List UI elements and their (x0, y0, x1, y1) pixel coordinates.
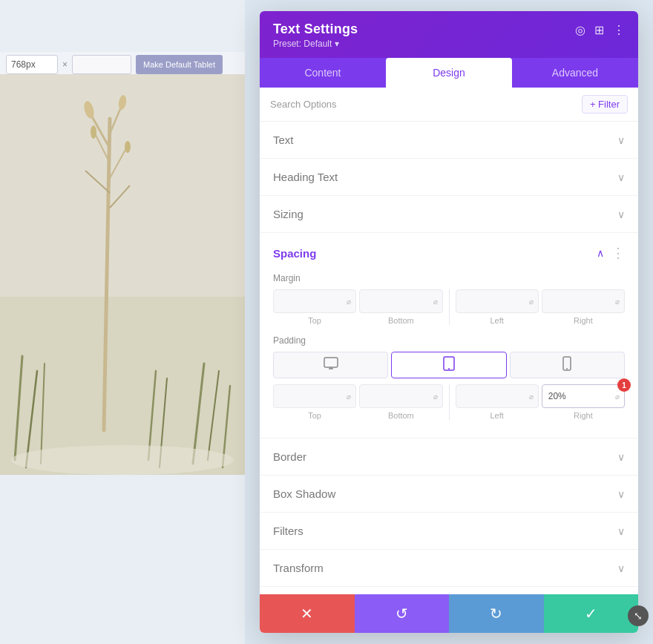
margin-left-link-icon: ⌀ (529, 298, 534, 306)
padding-bottom-label: Bottom (388, 411, 414, 420)
save-button[interactable]: ✓ (544, 594, 639, 633)
search-bar: Search Options + Filter (260, 88, 638, 122)
heading-chevron-icon: ∨ (617, 171, 625, 183)
undo-button[interactable]: ↺ (355, 594, 450, 633)
margin-top-input[interactable]: ⌀ (273, 289, 356, 313)
padding-right-input[interactable]: 20% ⌀ (542, 384, 625, 408)
border-chevron-icon: ∨ (617, 451, 625, 463)
search-label: Search Options (270, 99, 582, 110)
canvas-area: × Make Default Tablet (0, 0, 245, 644)
padding-top-input[interactable]: ⌀ (273, 384, 356, 408)
panel-subtitle: Preset: Default ▾ (273, 39, 358, 49)
padding-left-input[interactable]: ⌀ (456, 384, 539, 408)
svg-point-28 (566, 368, 568, 369)
top-toolbar: × Make Default Tablet (0, 52, 245, 77)
filters-chevron-icon: ∨ (617, 525, 625, 537)
camera-icon[interactable]: ◎ (575, 23, 585, 37)
margin-top-label: Top (308, 316, 321, 325)
svg-point-12 (125, 141, 131, 153)
padding-right-value: 20% (548, 391, 566, 401)
value-badge: 1 (622, 381, 626, 390)
padding-left-wrap: ⌀ Left (456, 384, 539, 420)
spacing-header[interactable]: Spacing ∧ ⋮ (260, 233, 638, 273)
panel-tabs: Content Design Advanced (260, 58, 638, 88)
padding-right-label: Right (574, 411, 593, 420)
padding-separator (449, 384, 450, 420)
padding-top-label: Top (308, 411, 321, 420)
filter-button[interactable]: + Filter (582, 95, 628, 114)
more-menu-icon[interactable]: ⋮ (613, 23, 625, 37)
mobile-icon (562, 356, 571, 374)
margin-bottom-wrap: ⌀ Bottom (359, 289, 442, 325)
padding-right-wrap: 20% ⌀ 1 Right (542, 384, 625, 420)
padding-label: Padding (273, 335, 625, 346)
transform-chevron-icon: ∨ (617, 562, 625, 574)
margin-label: Margin (273, 273, 625, 283)
padding-left-label: Left (490, 411, 503, 420)
padding-fields-row: ⌀ Top ⌀ Bottom ⌀ (273, 384, 625, 420)
make-default-button[interactable]: Make Default Tablet (136, 55, 223, 74)
margin-top-link-icon: ⌀ (347, 298, 351, 306)
section-transform[interactable]: Transform ∨ (260, 550, 638, 587)
cancel-button[interactable]: ✕ (260, 594, 355, 633)
margin-left-input[interactable]: ⌀ (456, 289, 539, 313)
section-sizing[interactable]: Sizing ∨ (260, 196, 638, 233)
section-border-label: Border (273, 450, 306, 463)
margin-separator (449, 289, 450, 325)
margin-right-label: Right (574, 316, 593, 325)
spacing-menu-icon[interactable]: ⋮ (611, 245, 625, 261)
svg-point-26 (448, 368, 450, 369)
redo-button[interactable]: ↻ (449, 594, 544, 633)
tab-advanced[interactable]: Advanced (512, 58, 638, 88)
section-spacing: Spacing ∧ ⋮ Margin ⌀ Top (260, 233, 638, 438)
svg-rect-22 (324, 358, 338, 367)
tablet-icon (443, 356, 455, 374)
section-text[interactable]: Text ∨ (260, 122, 638, 159)
margin-right-input[interactable]: ⌀ (542, 289, 625, 313)
padding-bottom-input[interactable]: ⌀ (359, 384, 442, 408)
section-box-shadow[interactable]: Box Shadow ∨ (260, 476, 638, 513)
panel-title-area: Text Settings Preset: Default ▾ (273, 22, 358, 49)
device-desktop-btn[interactable] (273, 352, 388, 378)
padding-top-wrap: ⌀ Top (273, 384, 356, 420)
tab-design[interactable]: Design (386, 58, 512, 88)
margin-bottom-label: Bottom (388, 316, 414, 325)
sizing-chevron-icon: ∨ (617, 208, 625, 220)
resize-handle[interactable]: ⤡ (628, 605, 649, 626)
text-chevron-icon: ∨ (617, 134, 625, 146)
panel-body: Text ∨ Heading Text ∨ Sizing ∨ Spacing ∧… (260, 122, 638, 594)
width-input[interactable] (6, 55, 58, 74)
margin-left-label: Left (490, 316, 503, 325)
secondary-input[interactable] (72, 55, 131, 74)
settings-panel: Text Settings Preset: Default ▾ ◎ ⊞ ⋮ Co… (260, 11, 638, 633)
device-tablet-btn[interactable] (391, 352, 506, 378)
device-mobile-btn[interactable] (510, 352, 625, 378)
padding-top-link-icon: ⌀ (347, 392, 351, 401)
section-heading-label: Heading Text (273, 171, 338, 183)
section-border[interactable]: Border ∨ (260, 438, 638, 476)
padding-device-row (273, 352, 625, 378)
margin-bottom-input[interactable]: ⌀ (359, 289, 442, 313)
columns-icon[interactable]: ⊞ (594, 23, 604, 37)
margin-fields-row: ⌀ Top ⌀ Bottom ⌀ (273, 289, 625, 325)
margin-left-wrap: ⌀ Left (456, 289, 539, 325)
section-filters[interactable]: Filters ∨ (260, 513, 638, 550)
spacing-header-right: ∧ ⋮ (597, 245, 625, 261)
padding-left-link-icon: ⌀ (529, 392, 534, 401)
panel-header: Text Settings Preset: Default ▾ ◎ ⊞ ⋮ (260, 11, 638, 58)
section-sizing-label: Sizing (273, 208, 303, 220)
padding-right-link-icon: ⌀ (615, 392, 620, 401)
resize-icon: ⤡ (634, 610, 643, 622)
desktop-icon (324, 357, 338, 373)
tab-content[interactable]: Content (260, 58, 386, 88)
section-filters-label: Filters (273, 525, 303, 537)
padding-bottom-wrap: ⌀ Bottom (359, 384, 442, 420)
panel-title: Text Settings (273, 22, 358, 37)
svg-point-11 (91, 125, 96, 139)
section-heading-text[interactable]: Heading Text ∨ (260, 159, 638, 196)
margin-right-wrap: ⌀ Right (542, 289, 625, 325)
clear-icon[interactable]: × (62, 59, 68, 70)
spacing-chevron-icon: ∧ (597, 247, 604, 259)
section-transform-label: Transform (273, 562, 324, 574)
margin-bottom-link-icon: ⌀ (433, 298, 438, 306)
